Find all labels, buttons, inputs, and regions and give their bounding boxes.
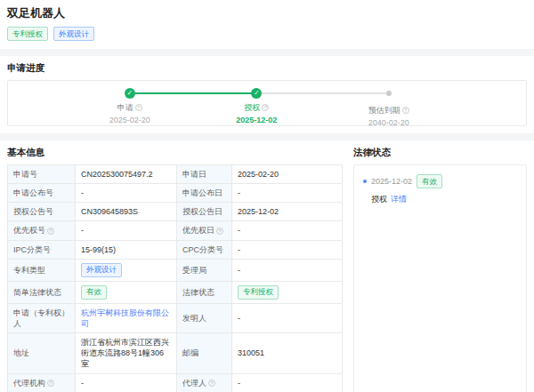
- field-value: -: [232, 221, 342, 240]
- progress-timeline: ✓申请?2025-02-20✓授权?2025-12-02预估到期?2040-02…: [7, 80, 527, 126]
- field-value: 有效: [76, 282, 177, 304]
- field-value: 专利授权: [232, 282, 342, 304]
- field-label: 发明人: [177, 304, 232, 333]
- field-value-text: -: [238, 265, 240, 276]
- field-label-text: 授权公告日: [182, 206, 222, 217]
- info-icon[interactable]: ?: [262, 104, 269, 111]
- legal-detail-link[interactable]: 详情: [391, 195, 407, 204]
- field-value-text: -: [238, 188, 240, 198]
- patent-granted-badge: 专利授权: [7, 27, 48, 41]
- field-value-text: -: [238, 244, 240, 255]
- progress-step: 预估到期?2040-02-20: [340, 88, 438, 127]
- header: 双足机器人 专利授权 外观设计: [0, 0, 534, 49]
- legal-status-section: 法律状态 2025-12-02有效授权详情: [353, 147, 527, 392]
- step-dot-wrap: ✓: [81, 88, 179, 99]
- field-value: -: [232, 260, 342, 282]
- field-label: 法律状态: [177, 282, 232, 304]
- info-icon[interactable]: ?: [47, 228, 54, 235]
- field-label: 授权公告日: [177, 203, 232, 221]
- field-value: 杭州宇树科技股份有限公司: [76, 304, 177, 333]
- field-label-text: 专利类型: [13, 265, 45, 276]
- basic-info-title: 基本信息: [7, 147, 343, 159]
- field-value-text: -: [238, 378, 240, 388]
- step-label: 申请?: [81, 102, 179, 114]
- step-dot-wrap: [340, 91, 438, 101]
- legal-valid-badge: 有效: [417, 174, 442, 188]
- step-label: 授权?: [207, 102, 305, 114]
- field-label: 申请公布日: [177, 184, 232, 203]
- field-label: 授权公告号: [8, 203, 76, 221]
- step-check-icon: ✓: [125, 88, 135, 99]
- field-value-text: 310051: [238, 348, 264, 358]
- field-label: 申请号: [8, 165, 76, 184]
- step-date: 2040-02-20: [340, 118, 438, 127]
- legal-entry-date: 2025-12-02: [371, 177, 412, 186]
- field-label: 申请公布号: [8, 184, 76, 203]
- field-label-text: 申请公布号: [13, 188, 53, 198]
- field-value: -: [76, 221, 177, 240]
- field-label: 优先权号?: [8, 221, 76, 240]
- field-value-text: -: [81, 378, 84, 388]
- field-label-text: 申请公布日: [182, 188, 222, 198]
- section-divider: [0, 133, 534, 140]
- section-divider: [0, 49, 534, 56]
- field-label-text: 发明人: [182, 313, 206, 324]
- field-label: 专利类型: [8, 260, 76, 282]
- field-label: 简单法律状态: [8, 282, 76, 304]
- field-label-text: 简单法律状态: [13, 287, 61, 298]
- info-icon[interactable]: ?: [47, 380, 54, 387]
- basic-info-table: 申请号CN202530075497.2申请日2025-02-20申请公布号-申请…: [7, 164, 343, 392]
- field-value-text: -: [81, 188, 84, 198]
- field-label: 受理局: [177, 260, 232, 282]
- application-progress-section: 申请进度 ✓申请?2025-02-20✓授权?2025-12-02预估到期?20…: [0, 56, 534, 133]
- field-label-text: 受理局: [182, 265, 206, 276]
- field-label-text: IPC分类号: [13, 244, 51, 255]
- field-label-text: 优先权号: [13, 225, 45, 236]
- field-value-text: CN309645893S: [81, 206, 138, 217]
- field-value: 外观设计: [76, 260, 177, 282]
- field-label-text: 申请号: [13, 169, 37, 180]
- field-value-text: 浙江省杭州市滨江区西兴街道东流路88号1幢306室: [81, 337, 171, 369]
- step-dot-icon: [386, 91, 392, 96]
- legal-event-label: 授权: [371, 195, 387, 204]
- step-date: 2025-02-20: [81, 116, 179, 124]
- field-value: 2025-02-20: [232, 165, 342, 184]
- field-value-text: -: [238, 225, 240, 236]
- field-value: CN309645893S: [76, 203, 177, 221]
- field-label-text: 邮编: [182, 348, 198, 358]
- field-value: -: [76, 184, 177, 203]
- field-value: -: [232, 304, 342, 333]
- field-value: -: [76, 374, 177, 392]
- company-link[interactable]: 杭州宇树科技股份有限公司: [81, 308, 171, 329]
- bullet-icon: [363, 180, 367, 183]
- field-value: 浙江省杭州市滨江区西兴街道东流路88号1幢306室: [76, 333, 177, 373]
- field-label-text: 地址: [13, 348, 29, 358]
- legal-status-list: 2025-12-02有效授权详情: [353, 164, 527, 392]
- field-value: -: [232, 374, 342, 392]
- field-value: 310051: [232, 333, 342, 373]
- field-value-text: 2025-12-02: [238, 206, 279, 217]
- field-label-text: CPC分类号: [182, 244, 223, 255]
- patent-detail-page: 双足机器人 专利授权 外观设计 申请进度 ✓申请?2025-02-20✓授权?2…: [0, 0, 534, 392]
- legal-status-title: 法律状态: [353, 147, 527, 159]
- info-icon[interactable]: ?: [216, 228, 223, 235]
- step-date: 2025-12-02: [207, 116, 305, 124]
- field-label: 邮编: [177, 333, 232, 373]
- field-label-text: 代理人: [182, 378, 206, 388]
- field-value-text: -: [238, 313, 240, 324]
- info-icon[interactable]: ?: [135, 104, 142, 111]
- field-value-text: 2025-02-20: [238, 169, 279, 180]
- field-value-text: -: [81, 225, 84, 236]
- field-label: 申请（专利权）人: [8, 304, 76, 333]
- design-patent-badge: 外观设计: [53, 27, 94, 41]
- field-value: -: [232, 184, 342, 203]
- field-label: 代理机构?: [8, 374, 76, 392]
- header-badges: 专利授权 外观设计: [7, 27, 527, 41]
- info-icon[interactable]: ?: [402, 107, 409, 114]
- field-value: 15-99(15): [76, 241, 177, 260]
- legal-entry-event: 授权详情: [371, 194, 517, 205]
- progress-step: ✓申请?2025-02-20: [81, 88, 179, 124]
- info-icon[interactable]: ?: [208, 380, 215, 387]
- progress-step: ✓授权?2025-12-02: [207, 88, 305, 124]
- field-label: 申请日: [177, 165, 232, 184]
